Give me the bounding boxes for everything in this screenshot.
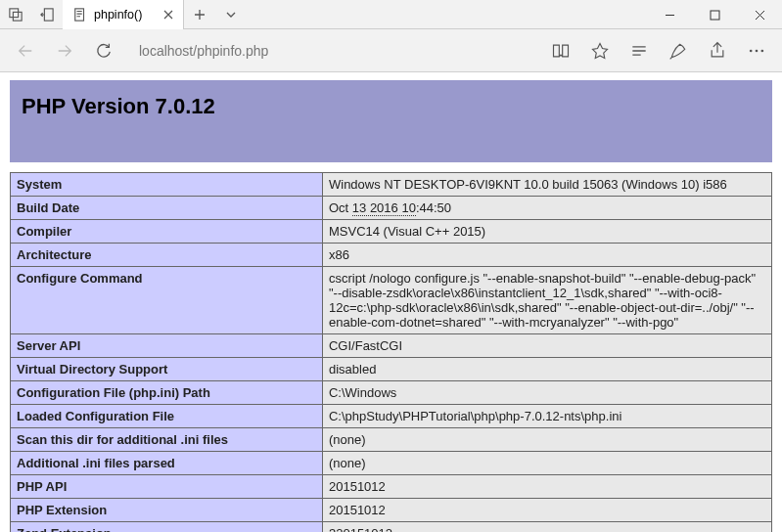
- phpinfo-page: PHP Version 7.0.12 SystemWindows NT DESK…: [10, 80, 772, 532]
- info-value: C:\phpStudy\PHPTutorial\php\php-7.0.12-n…: [322, 405, 771, 428]
- more-button[interactable]: [737, 31, 776, 70]
- table-row: Zend Extension320151012: [11, 522, 772, 533]
- table-row: Virtual Directory Supportdisabled: [11, 358, 772, 381]
- info-key: Compiler: [11, 220, 323, 244]
- info-key: PHP Extension: [11, 499, 323, 522]
- svg-point-6: [756, 49, 759, 52]
- window-close-button[interactable]: [737, 0, 782, 29]
- table-row: Build DateOct 13 2016 10:44:50: [11, 197, 772, 220]
- window-maximize-button[interactable]: [692, 0, 737, 29]
- notes-button[interactable]: [659, 31, 698, 70]
- window-minimize-button[interactable]: [647, 0, 692, 29]
- table-row: Additional .ini files parsed(none): [11, 452, 772, 475]
- table-row: Configure Commandcscript /nologo configu…: [11, 267, 772, 334]
- info-key: System: [11, 173, 323, 197]
- table-row: Loaded Configuration FileC:\phpStudy\PHP…: [11, 405, 772, 428]
- phpinfo-banner: PHP Version 7.0.12: [10, 80, 772, 162]
- hub-button[interactable]: [620, 31, 659, 70]
- titlebar-left-group: [0, 0, 63, 28]
- info-value: 320151012: [322, 522, 771, 533]
- info-key: Server API: [11, 334, 323, 358]
- page-title: PHP Version 7.0.12: [22, 94, 760, 119]
- info-key: Scan this dir for additional .ini files: [11, 428, 323, 452]
- info-value: Oct 13 2016 10:44:50: [322, 197, 771, 220]
- info-value: (none): [322, 452, 771, 475]
- favorites-button[interactable]: [580, 31, 620, 70]
- info-value: C:\Windows: [322, 381, 771, 405]
- svg-rect-4: [711, 11, 719, 20]
- svg-rect-2: [44, 8, 53, 20]
- table-row: Architecturex86: [11, 244, 772, 267]
- svg-point-5: [750, 49, 753, 52]
- table-row: PHP API20151012: [11, 475, 772, 499]
- share-button[interactable]: [698, 31, 737, 70]
- info-key: Zend Extension: [11, 522, 323, 533]
- info-value: 20151012: [322, 475, 771, 499]
- info-key: Architecture: [11, 244, 323, 267]
- address-bar-text: localhost/phpinfo.php: [139, 43, 268, 59]
- close-tab-button[interactable]: [163, 10, 173, 20]
- table-row: CompilerMSVC14 (Visual C++ 2015): [11, 220, 772, 244]
- table-row: Scan this dir for additional .ini files(…: [11, 428, 772, 452]
- svg-rect-1: [13, 12, 22, 21]
- svg-rect-0: [10, 8, 19, 17]
- table-row: PHP Extension20151012: [11, 499, 772, 522]
- address-bar[interactable]: localhost/phpinfo.php: [139, 43, 533, 59]
- browser-toolbar: localhost/phpinfo.php: [0, 29, 782, 72]
- info-value: disabled: [322, 358, 771, 381]
- info-key: Configure Command: [11, 267, 323, 334]
- info-value: (none): [322, 428, 771, 452]
- info-key: Configuration File (php.ini) Path: [11, 381, 323, 405]
- info-value: CGI/FastCGI: [322, 334, 771, 358]
- tab-preview-button[interactable]: [0, 0, 31, 29]
- info-key: Loaded Configuration File: [11, 405, 323, 428]
- info-value: Windows NT DESKTOP-6VI9KNT 10.0 build 15…: [322, 173, 771, 197]
- info-value: 20151012: [322, 499, 771, 522]
- tab-actions-button[interactable]: [215, 0, 247, 28]
- page-favicon: [72, 7, 88, 22]
- info-key: Build Date: [11, 197, 323, 220]
- back-button[interactable]: [6, 31, 45, 70]
- set-aside-tabs-button[interactable]: [31, 0, 63, 29]
- browser-tab-title: phpinfo(): [94, 8, 142, 22]
- info-key: Virtual Directory Support: [11, 358, 323, 381]
- forward-button[interactable]: [45, 31, 84, 70]
- browser-tab-active[interactable]: phpinfo(): [63, 0, 184, 29]
- window-titlebar: phpinfo(): [0, 0, 782, 29]
- info-key: Additional .ini files parsed: [11, 452, 323, 475]
- svg-point-7: [761, 49, 764, 52]
- refresh-button[interactable]: [84, 31, 123, 70]
- info-value: x86: [322, 244, 771, 267]
- svg-rect-3: [75, 9, 84, 21]
- phpinfo-table: SystemWindows NT DESKTOP-6VI9KNT 10.0 bu…: [10, 172, 772, 532]
- table-row: Configuration File (php.ini) PathC:\Wind…: [11, 381, 772, 405]
- reading-view-button[interactable]: [541, 31, 580, 70]
- info-value: cscript /nologo configure.js "--enable-s…: [322, 267, 771, 334]
- table-row: SystemWindows NT DESKTOP-6VI9KNT 10.0 bu…: [11, 173, 772, 197]
- table-row: Server APICGI/FastCGI: [11, 334, 772, 358]
- page-viewport: PHP Version 7.0.12 SystemWindows NT DESK…: [0, 72, 782, 532]
- info-value: MSVC14 (Visual C++ 2015): [322, 220, 771, 244]
- info-key: PHP API: [11, 475, 323, 499]
- new-tab-button[interactable]: [184, 0, 215, 28]
